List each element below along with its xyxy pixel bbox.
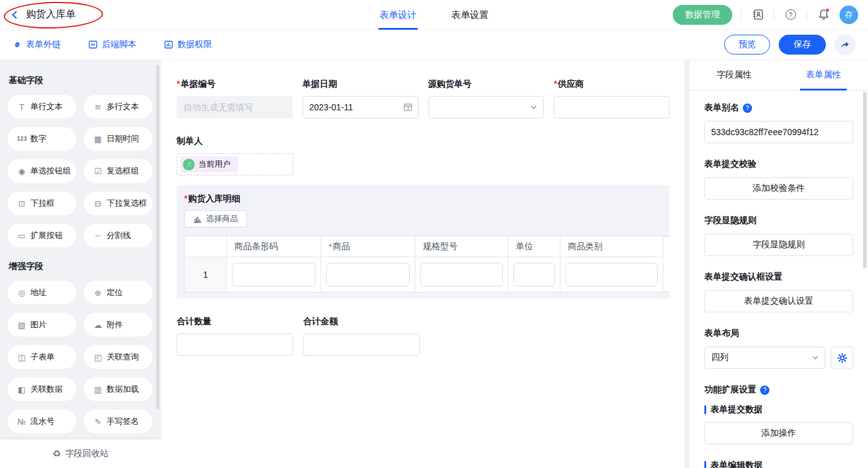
field-item-image[interactable]: ▧图片 — [7, 313, 76, 337]
field-item-checkbox-group[interactable]: ☑复选框组 — [84, 159, 153, 183]
field-doc-number: *单据编号 — [177, 79, 293, 118]
extension-help-icon[interactable]: ? — [760, 386, 769, 395]
field-item-extend-button[interactable]: ▭扩展按钮 — [7, 224, 76, 247]
single-text-icon: T — [16, 102, 27, 112]
field-total-quantity: 合计数量 — [177, 316, 293, 356]
row-number-cell: 1 — [185, 257, 226, 292]
current-user-tag: 当前用户 — [180, 156, 238, 172]
section-title-basic-fields: 基础字段 — [9, 75, 153, 86]
total-amount-input[interactable] — [303, 333, 420, 356]
layout-settings-gear-button[interactable] — [831, 347, 853, 369]
user-avatar[interactable]: 存 — [839, 6, 858, 24]
section-title-enhanced-fields: 增强字段 — [9, 261, 153, 272]
locate-icon: ⊕ — [92, 288, 104, 298]
field-item-location[interactable]: ⊕定位 — [84, 281, 153, 304]
help-icon[interactable]: ? — [783, 7, 798, 22]
top-header: 购货入库单 表单设计 表单设置 数据管理 ? 存 — [0, 0, 868, 30]
permission-icon — [164, 40, 174, 50]
product-input[interactable] — [326, 263, 410, 286]
save-button[interactable]: 保存 — [779, 35, 826, 55]
bar-chart-icon — [193, 214, 202, 224]
form-external-link[interactable]: 表单外链 — [12, 39, 61, 50]
field-item-linked-query[interactable]: ◰关联查询 — [84, 345, 153, 369]
back-button[interactable] — [10, 10, 20, 20]
barcode-input[interactable] — [232, 263, 316, 286]
data-manage-button[interactable]: 数据管理 — [673, 5, 732, 25]
sidebar-scrollbar[interactable] — [156, 65, 159, 409]
total-quantity-input[interactable] — [177, 333, 293, 356]
tab-form-properties[interactable]: 表单属性 — [779, 60, 868, 90]
extend-button-icon: ▭ — [16, 231, 27, 241]
field-item-subform[interactable]: ◫子表单 — [7, 345, 76, 369]
category-input[interactable] — [565, 263, 658, 286]
doc-date-input[interactable] — [303, 96, 418, 118]
detail-section-title: 购货入库明细 — [188, 193, 240, 203]
image-icon: ▧ — [16, 320, 27, 330]
field-item-number[interactable]: 123数字 — [7, 127, 76, 151]
tab-field-properties[interactable]: 字段属性 — [689, 60, 779, 90]
creator-box[interactable]: 当前用户 — [177, 153, 293, 175]
preview-button[interactable]: 预览 — [724, 35, 770, 55]
unit-input[interactable] — [513, 263, 555, 286]
source-order-select[interactable] — [428, 96, 544, 118]
add-submit-action-button[interactable]: 添加操作 — [704, 422, 853, 444]
field-recycle-bin[interactable]: ♻ 字段回收站 — [0, 439, 161, 468]
linked-data-icon: ◧ — [16, 385, 27, 394]
alias-help-icon[interactable]: ? — [743, 104, 752, 113]
share-button[interactable] — [835, 34, 856, 55]
field-supplier: *供应商 — [554, 79, 670, 118]
multi-text-icon: ≡ — [92, 102, 104, 112]
field-item-multi-text[interactable]: ≡多行文本 — [84, 95, 153, 118]
form-alias-input[interactable] — [704, 121, 853, 143]
field-creator: 制单人 当前用户 — [177, 136, 293, 175]
visibility-rule-button[interactable]: 字段显隐规则 — [704, 234, 853, 256]
recycle-icon: ♻ — [53, 448, 61, 459]
address-pin-icon: ◎ — [16, 288, 27, 298]
select-product-button[interactable]: 选择商品 — [184, 210, 247, 227]
data-permission-link[interactable]: 数据权限 — [164, 39, 212, 50]
field-item-multi-dropdown[interactable]: ⊟下拉复选框 — [84, 192, 153, 215]
col-barcode: 商品条形码 — [227, 236, 321, 292]
back-chevron-icon — [10, 10, 20, 20]
field-total-amount: 合计金额 — [303, 316, 420, 356]
contact-card-icon[interactable] — [750, 7, 765, 22]
field-source-order: 源购货单号 — [428, 79, 544, 118]
data-load-icon: ▥ — [92, 385, 104, 394]
submit-confirm-button[interactable]: 表单提交确认设置 — [704, 290, 853, 312]
notification-bell-icon[interactable] — [816, 7, 831, 22]
calendar-icon: ▦ — [92, 135, 104, 144]
radio-icon: ◉ — [16, 167, 27, 176]
field-item-radio-group[interactable]: ◉单选按钮组 — [7, 159, 76, 183]
col-category: 商品类别 — [560, 236, 663, 292]
form-canvas: *单据编号 单据日期 源购货单号 — [161, 60, 684, 468]
layout-select[interactable] — [704, 347, 825, 369]
notification-dot — [825, 8, 830, 12]
field-item-linked-data[interactable]: ◧关联数据 — [7, 377, 76, 401]
supplier-input[interactable] — [554, 96, 670, 118]
tab-form-design[interactable]: 表单设计 — [379, 0, 417, 30]
field-item-datetime[interactable]: ▦日期时间 — [84, 127, 153, 151]
field-item-dropdown[interactable]: ⊡下拉框 — [7, 192, 76, 215]
panel-scrollbar[interactable] — [863, 92, 867, 268]
field-item-single-text[interactable]: T单行文本 — [7, 95, 76, 118]
tab-form-settings[interactable]: 表单设置 — [451, 0, 489, 30]
divider — [807, 10, 807, 20]
spec-input[interactable] — [420, 263, 503, 286]
field-item-data-load[interactable]: ▥数据加载 — [84, 377, 153, 401]
table-scrollbar[interactable] — [663, 236, 670, 292]
field-item-attachment[interactable]: ☁附件 — [84, 313, 153, 337]
header-tabs: 表单设计 表单设置 — [379, 0, 489, 30]
add-check-condition-button[interactable]: 添加校验条件 — [704, 177, 853, 200]
backend-script-link[interactable]: 后端脚本 — [88, 39, 136, 50]
field-item-address[interactable]: ◎地址 — [7, 281, 76, 304]
gear-icon — [837, 353, 848, 363]
user-tag-avatar-icon — [183, 159, 195, 170]
field-item-signature[interactable]: ✎手写签名 — [84, 410, 153, 433]
field-item-serial-number[interactable]: №流水号 — [7, 410, 76, 433]
number-icon: 123 — [16, 136, 27, 142]
doc-number-input[interactable] — [177, 96, 293, 118]
subform-icon: ◫ — [16, 353, 27, 362]
field-item-divider[interactable]: ┄分割线 — [84, 224, 153, 247]
group-confirm-box: 表单提交确认框设置 表单提交确认设置 — [704, 272, 853, 312]
group-visibility-rule: 字段显隐规则 字段显隐规则 — [704, 215, 853, 256]
